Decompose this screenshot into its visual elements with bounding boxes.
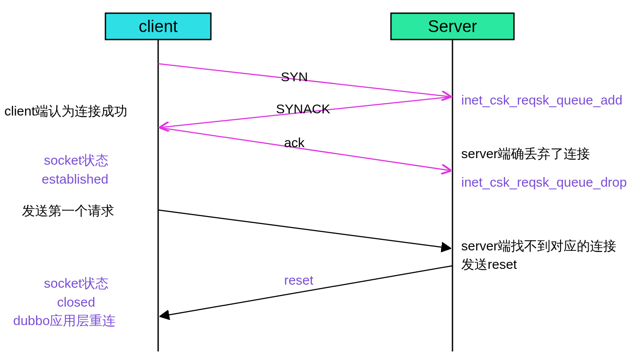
note-socket-closed-3: dubbo应用层重连 [13, 313, 116, 328]
note-socket-closed-2: closed [57, 295, 95, 309]
label-reset: reset [284, 273, 314, 287]
note-server-not-found-1: server端找不到对应的连接 [461, 239, 616, 253]
note-socket-closed-1: socket状态 [44, 276, 109, 290]
actor-client: client [105, 13, 211, 40]
sequence-diagram: client Server SYN inet_csk_reqsk_queue_a… [0, 0, 644, 362]
label-syn: SYN [281, 69, 308, 84]
actor-server-label: Server [428, 17, 477, 36]
actor-client-label: client [139, 17, 178, 36]
label-synack: SYNACK [276, 101, 330, 116]
note-server-drop: server端确丢弃了连接 [461, 146, 590, 161]
note-queue-add: inet_csk_reqsk_queue_add [461, 93, 622, 107]
note-client-connect-ok: client端认为连接成功 [4, 104, 127, 118]
label-ack: ack [284, 135, 305, 150]
note-socket-established-1: socket状态 [44, 153, 109, 167]
note-send-first-request: 发送第一个请求 [22, 203, 114, 218]
note-server-not-found-2: 发送reset [461, 257, 517, 272]
arrow-request [158, 210, 450, 248]
note-socket-established-2: established [42, 172, 109, 186]
actor-server: Server [391, 13, 514, 40]
note-queue-drop: inet_csk_reqsk_queue_drop [461, 175, 627, 189]
